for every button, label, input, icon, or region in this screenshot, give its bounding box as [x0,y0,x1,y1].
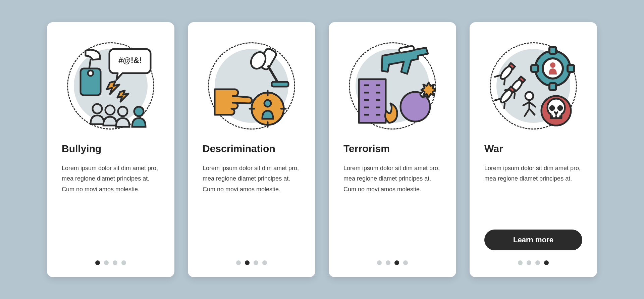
svg-point-43 [525,92,533,100]
dot-3[interactable] [394,260,399,265]
terrorism-icon [349,42,436,130]
onboarding-card-bullying: #@!&! Bullying Lorem ipsum dolor sit dim… [47,22,174,277]
card-title: Bullying [62,143,101,154]
svg-point-42 [550,62,555,68]
card-title: Terrorism [343,143,390,154]
svg-point-15 [264,100,271,107]
dot-1[interactable] [377,260,382,265]
pagination-dots [518,260,549,265]
dot-2[interactable] [386,260,390,265]
illustration-discrimination [205,39,299,133]
war-icon [490,42,577,130]
pagination-dots [95,260,126,265]
card-body: Lorem ipsum dolor sit dim amet pro, mea … [62,163,160,260]
svg-point-2 [93,104,102,113]
dot-1[interactable] [95,260,100,265]
svg-rect-37 [549,47,556,54]
card-title: Descrimination [203,143,275,154]
onboarding-card-terrorism: Terrorism Lorem ipsum dolor sit dim amet… [329,22,456,277]
svg-point-3 [105,105,115,115]
onboarding-card-war: War Lorem ipsum dolor sit dim amet pro, … [470,22,597,277]
svg-rect-17 [359,79,386,123]
illustration-bullying: #@!&! [64,39,158,133]
onboarding-card-discrimination: Descrimination Lorem ipsum dolor sit dim… [188,22,315,277]
dot-3[interactable] [254,260,258,265]
illustration-terrorism [345,39,439,133]
svg-point-45 [550,106,554,110]
speech-text: #@!&! [118,56,142,65]
svg-rect-39 [531,65,538,72]
svg-rect-8 [272,82,288,87]
dot-3[interactable] [535,260,540,265]
dot-1[interactable] [518,260,523,265]
dot-1[interactable] [236,260,241,265]
svg-point-46 [558,106,562,110]
card-title: War [484,143,503,154]
svg-rect-38 [549,83,556,90]
svg-point-1 [88,70,93,76]
svg-point-4 [118,107,127,116]
pagination-dots [377,260,408,265]
bullying-icon: #@!&! [67,42,154,130]
dot-2[interactable] [104,260,109,265]
card-body: Lorem ipsum dolor sit dim amet pro, mea … [343,163,441,260]
discrimination-icon [208,42,295,130]
learn-more-button[interactable]: Learn more [484,230,582,250]
svg-rect-40 [568,65,574,72]
dot-2[interactable] [245,260,250,265]
dot-4[interactable] [121,260,126,265]
svg-point-5 [134,107,144,116]
dot-4[interactable] [262,260,267,265]
pagination-dots [236,260,267,265]
dot-4[interactable] [403,260,408,265]
card-body: Lorem ipsum dolor sit dim amet pro, mea … [484,163,582,230]
dot-4[interactable] [544,260,549,265]
dot-2[interactable] [527,260,531,265]
dot-3[interactable] [113,260,117,265]
card-body: Lorem ipsum dolor sit dim amet pro, mea … [203,163,301,260]
illustration-war [486,39,580,133]
